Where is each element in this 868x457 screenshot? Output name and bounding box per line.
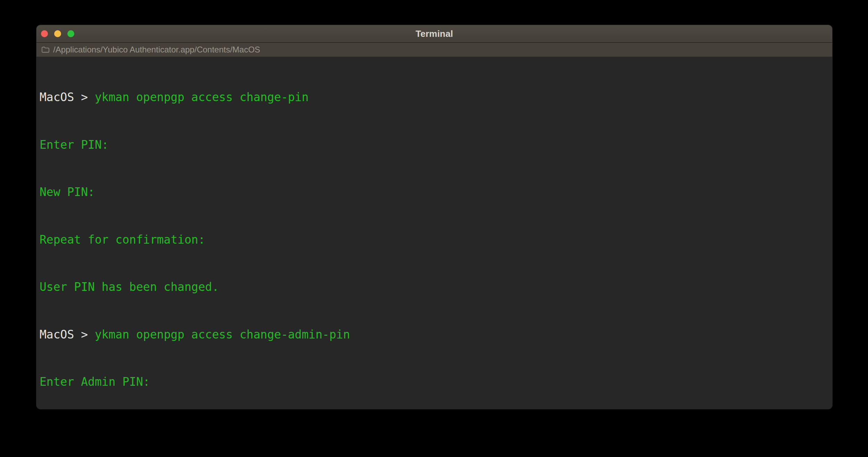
terminal-output-area[interactable]: MacOS > ykman openpgp access change-pin …: [36, 57, 832, 409]
terminal-line: MacOS > ykman openpgp access change-pin: [40, 89, 828, 105]
window-titlebar[interactable]: Terminal: [36, 25, 832, 42]
output-text: Repeat for confirmation:: [40, 233, 205, 246]
close-button[interactable]: [41, 30, 48, 37]
terminal-line: MacOS > ykman openpgp access change-admi…: [40, 327, 828, 343]
terminal-line: User PIN has been changed.: [40, 279, 828, 295]
folder-icon[interactable]: [41, 46, 50, 53]
desktop-background: Terminal /Applications/Yubico Authentica…: [0, 0, 868, 457]
window-title: Terminal: [36, 25, 832, 42]
traffic-lights: [36, 30, 74, 37]
zoom-button[interactable]: [67, 30, 74, 37]
command-text: ykman openpgp access change-admin-pin: [95, 328, 350, 341]
shell-prompt: MacOS >: [40, 328, 95, 341]
output-text: Enter PIN:: [40, 138, 109, 152]
terminal-line: Enter PIN:: [40, 137, 828, 153]
command-text: ykman openpgp access change-pin: [95, 90, 309, 104]
tab-working-directory-bar[interactable]: /Applications/Yubico Authenticator.app/C…: [36, 42, 832, 57]
output-text: New PIN:: [40, 185, 95, 199]
output-text: Enter Admin PIN:: [40, 375, 150, 389]
terminal-line: Repeat for confirmation:: [40, 232, 828, 248]
minimize-button[interactable]: [54, 30, 61, 37]
working-directory-path: /Applications/Yubico Authenticator.app/C…: [53, 45, 260, 55]
shell-prompt: MacOS >: [40, 90, 95, 104]
output-text: User PIN has been changed.: [40, 280, 219, 294]
terminal-window: Terminal /Applications/Yubico Authentica…: [36, 25, 832, 409]
terminal-line: Enter Admin PIN:: [40, 374, 828, 390]
terminal-line: New PIN:: [40, 184, 828, 200]
